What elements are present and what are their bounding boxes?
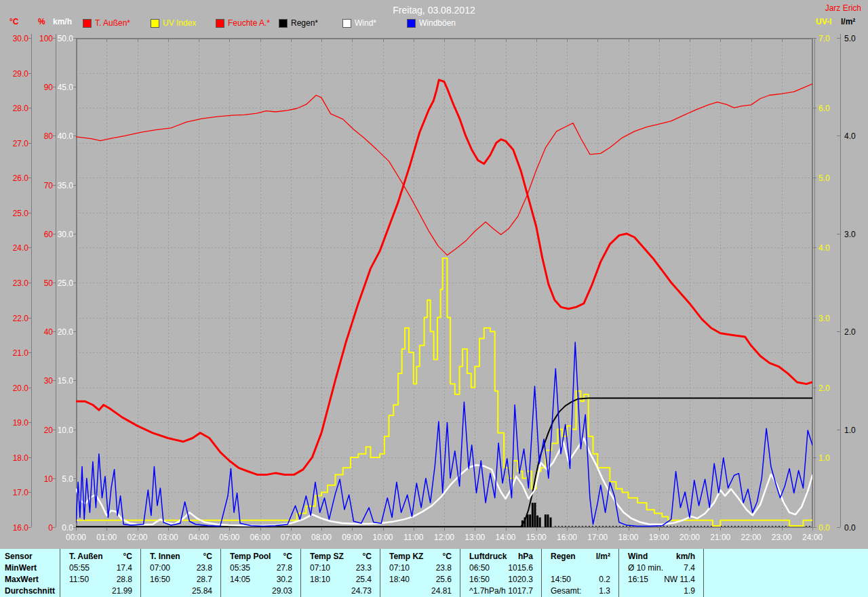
y-axis-rain: 5.04.03.02.01.00.0 <box>837 34 856 533</box>
table-column-separator <box>60 549 60 597</box>
y-axis-wind: 50.045.040.035.030.025.020.015.010.05.00… <box>58 34 76 533</box>
x-tick-labels: 00:0001:0002:0003:0004:0005:0006:0007:00… <box>66 533 823 542</box>
series-t-au-en- <box>76 80 812 475</box>
table-col-unit: km/h <box>618 552 695 562</box>
table-row-label: Sensor <box>5 552 33 562</box>
svg-text:06:00: 06:00 <box>250 533 270 542</box>
y-axis-temp: 30.029.028.027.026.025.024.023.022.021.0… <box>13 34 32 533</box>
svg-text:70: 70 <box>44 181 54 190</box>
series-windb-en <box>76 342 812 526</box>
table-cell-value: 1.9 <box>618 586 695 596</box>
table-row-label: Durchschnitt <box>5 586 55 596</box>
svg-text:6.0: 6.0 <box>818 104 830 113</box>
svg-text:29.0: 29.0 <box>13 69 29 79</box>
svg-text:15:00: 15:00 <box>526 533 547 542</box>
table-col-unit: °C <box>220 552 292 562</box>
svg-text:5.0: 5.0 <box>844 34 856 43</box>
svg-text:20:00: 20:00 <box>679 533 700 542</box>
svg-text:25.0: 25.0 <box>58 279 74 288</box>
table-column-separator <box>618 549 619 597</box>
svg-text:26.0: 26.0 <box>13 173 29 183</box>
table-cell-value: 1015.6 <box>460 563 533 573</box>
table-col-unit: hPa <box>460 552 533 562</box>
svg-text:40: 40 <box>44 327 54 337</box>
table-cell-value: 21.99 <box>60 586 132 596</box>
svg-text:11:00: 11:00 <box>403 533 423 542</box>
svg-text:25.0: 25.0 <box>13 209 29 218</box>
svg-text:20.0: 20.0 <box>13 384 29 393</box>
svg-text:35.0: 35.0 <box>58 181 74 190</box>
legend-label: Regen* <box>291 18 318 28</box>
svg-text:18.0: 18.0 <box>13 453 29 463</box>
svg-text:10.0: 10.0 <box>58 426 74 435</box>
svg-text:15.0: 15.0 <box>58 376 74 386</box>
legend-label: Wind* <box>355 18 376 28</box>
station-name: Jarz Erich <box>825 3 861 13</box>
svg-text:24.0: 24.0 <box>13 243 29 253</box>
legend-label: UV Index <box>163 18 196 28</box>
weather-app-window: 00:0001:0002:0003:0004:0005:0006:0007:00… <box>0 0 868 597</box>
legend-label: Feuchte A.* <box>228 18 270 28</box>
svg-text:21.0: 21.0 <box>13 348 29 358</box>
table-cell-value: 25.4 <box>300 575 372 585</box>
svg-text:27.0: 27.0 <box>13 139 29 148</box>
svg-text:17.0: 17.0 <box>13 488 29 497</box>
svg-text:04:00: 04:00 <box>189 533 209 542</box>
svg-text:40.0: 40.0 <box>58 131 74 141</box>
table-cell-value: 24.81 <box>380 586 452 596</box>
table-row-label: MinWert <box>5 563 37 573</box>
chart-legend: T. Außen* UV Index Feuchte A.* Regen* Wi… <box>0 18 868 29</box>
svg-text:02:00: 02:00 <box>127 533 147 542</box>
chart-canvas: 00:0001:0002:0003:0004:0005:0006:0007:00… <box>0 0 868 549</box>
svg-text:0.0: 0.0 <box>62 523 73 533</box>
svg-text:60: 60 <box>44 230 54 239</box>
svg-text:50: 50 <box>44 279 54 288</box>
table-cell-value: 24.73 <box>300 586 372 596</box>
page-title: Freitag, 03.08.2012 <box>0 5 868 16</box>
table-col-unit: °C <box>60 552 132 562</box>
svg-text:19:00: 19:00 <box>649 533 669 542</box>
svg-text:3.0: 3.0 <box>818 314 830 323</box>
table-cell-value: 23.8 <box>140 563 212 573</box>
y-axis-hum: 1009080706050403020100 <box>39 34 56 533</box>
legend-label: Windböen <box>419 18 456 28</box>
table-cell-value: 25.6 <box>380 575 452 585</box>
svg-text:21:00: 21:00 <box>710 533 730 542</box>
table-cell-value: 1020.3 <box>460 575 533 585</box>
svg-text:03:00: 03:00 <box>158 533 178 542</box>
svg-text:17:00: 17:00 <box>587 533 608 542</box>
svg-text:5.0: 5.0 <box>818 173 830 183</box>
regen-swatch-icon <box>279 19 288 28</box>
legend-item-uv-index: UV Index <box>151 18 196 28</box>
svg-text:100: 100 <box>39 34 53 43</box>
svg-text:20.0: 20.0 <box>58 327 74 337</box>
table-column-separator <box>220 549 221 597</box>
table-column-separator <box>703 549 704 597</box>
svg-text:30: 30 <box>44 376 54 386</box>
table-col-unit: l/m² <box>541 552 610 562</box>
svg-text:0.0: 0.0 <box>844 523 856 533</box>
stats-table: SensorMinWertMaxWertDurchschnittT. Außen… <box>0 549 868 597</box>
svg-text:24:00: 24:00 <box>802 533 823 542</box>
svg-text:10: 10 <box>44 474 54 484</box>
svg-text:1.0: 1.0 <box>844 426 856 435</box>
svg-text:16:00: 16:00 <box>557 533 577 542</box>
table-column-separator <box>541 549 542 597</box>
svg-text:4.0: 4.0 <box>844 131 856 141</box>
table-col-unit: °C <box>380 552 452 562</box>
legend-item-t-aussen: T. Außen* <box>83 18 130 28</box>
svg-text:2.0: 2.0 <box>818 384 830 393</box>
feuchte-swatch-icon <box>216 19 224 28</box>
legend-item-wind: Wind* <box>342 18 376 28</box>
svg-text:30.0: 30.0 <box>13 34 29 43</box>
table-cell-value: 28.7 <box>140 575 212 585</box>
svg-text:0: 0 <box>48 523 53 533</box>
svg-text:45.0: 45.0 <box>58 83 74 92</box>
svg-text:80: 80 <box>44 131 54 141</box>
t-aussen-swatch-icon <box>83 19 92 28</box>
table-cell-value: 28.8 <box>60 575 132 585</box>
table-row-label: MaxWert <box>5 575 39 585</box>
svg-text:3.0: 3.0 <box>844 230 856 239</box>
svg-text:23:00: 23:00 <box>772 533 792 542</box>
svg-text:0.0: 0.0 <box>818 523 830 533</box>
